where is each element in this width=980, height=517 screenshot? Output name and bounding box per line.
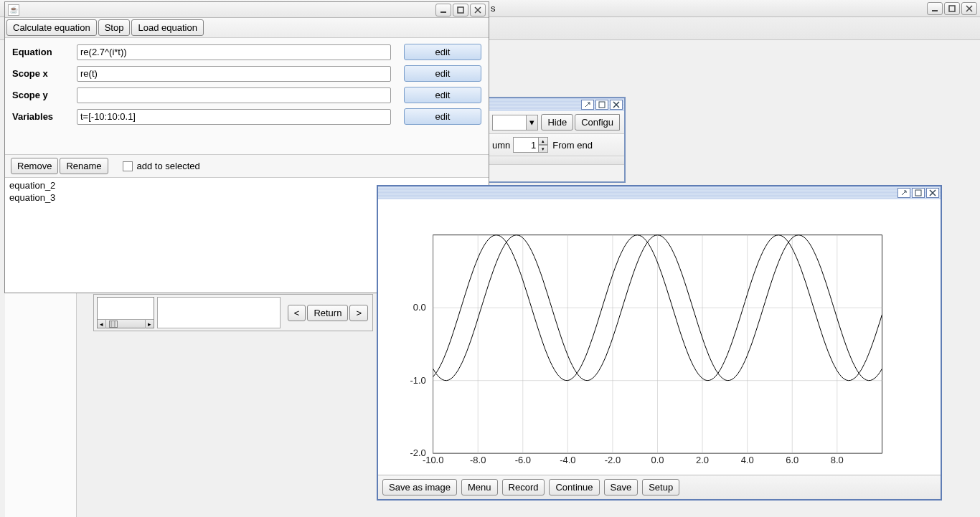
calculate-button[interactable]: Calculate equation: [6, 19, 97, 36]
scopex-edit-button[interactable]: edit: [404, 65, 481, 82]
svg-rect-3: [440, 11, 446, 13]
plot-footer: Save as image Menu Record Continue Save …: [378, 475, 941, 499]
nav-back-button[interactable]: <: [288, 305, 306, 321]
save-button[interactable]: Save: [604, 479, 639, 495]
hide-button[interactable]: Hide: [541, 114, 573, 131]
menu-button[interactable]: Menu: [461, 479, 498, 495]
column-input[interactable]: [513, 137, 539, 153]
config-panel: ▾ Hide Configu umn ▴▾ From end: [488, 97, 626, 183]
scroll-left-icon[interactable]: ◂: [98, 320, 106, 328]
svg-text:4.0: 4.0: [741, 455, 754, 465]
svg-text:0.0: 0.0: [651, 455, 664, 465]
title-suffix: s: [491, 3, 496, 14]
config-iconify-button[interactable]: [581, 100, 594, 110]
plot-body: -10.0-8.0-6.0-4.0-2.00.02.04.06.08.0-2.0…: [378, 199, 941, 475]
add-to-selected-checkbox[interactable]: [123, 161, 133, 171]
variables-input[interactable]: [77, 109, 391, 125]
nav-forward-button[interactable]: >: [349, 305, 368, 321]
config-close-button[interactable]: [610, 100, 623, 110]
svg-rect-4: [458, 7, 463, 13]
plot-canvas: -10.0-8.0-6.0-4.0-2.00.02.04.06.08.0-2.0…: [378, 199, 941, 475]
svg-rect-0: [932, 10, 938, 11]
equation-edit-button[interactable]: edit: [404, 44, 481, 60]
main-close-button[interactable]: [961, 2, 977, 15]
preview-box: [157, 297, 281, 328]
scroll-thumb[interactable]: [109, 321, 118, 328]
thumbnail-scrollbar[interactable]: ◂ ▸: [98, 319, 154, 328]
save-as-image-button[interactable]: Save as image: [382, 479, 457, 495]
continue-button[interactable]: Continue: [549, 479, 599, 495]
eq-close-button[interactable]: [470, 4, 486, 16]
rename-button[interactable]: Rename: [60, 158, 108, 174]
svg-rect-1: [949, 6, 955, 11]
java-icon: ☕: [8, 4, 19, 16]
config-dropdown[interactable]: ▾: [492, 115, 538, 131]
plot-close-button[interactable]: [926, 188, 939, 198]
plot-iconify-button[interactable]: [897, 188, 910, 198]
from-end-label: From end: [552, 140, 593, 151]
svg-text:8.0: 8.0: [831, 455, 844, 465]
scopex-label: Scope x: [12, 68, 77, 79]
svg-text:-2.0: -2.0: [605, 455, 621, 465]
add-to-selected-label: add to selected: [137, 161, 200, 171]
stop-button[interactable]: Stop: [98, 19, 131, 36]
setup-button[interactable]: Setup: [642, 479, 679, 495]
config-panel-titlebar: [489, 98, 624, 111]
nav-return-button[interactable]: Return: [307, 305, 348, 321]
config-maximize-button[interactable]: [595, 100, 608, 110]
config-separator: [489, 156, 624, 165]
svg-text:-2.0: -2.0: [410, 447, 425, 458]
main-maximize-button[interactable]: [944, 2, 960, 15]
remove-button[interactable]: Remove: [11, 158, 58, 174]
svg-text:2.0: 2.0: [696, 455, 709, 465]
scopey-label: Scope y: [12, 90, 77, 100]
svg-text:6.0: 6.0: [786, 455, 798, 465]
svg-rect-2: [599, 102, 605, 108]
nav-panel: ◂ ▸ < Return >: [93, 294, 373, 331]
equation-input[interactable]: [77, 44, 391, 60]
equation-label: Equation: [12, 47, 77, 57]
eq-minimize-button[interactable]: [435, 4, 451, 16]
scroll-right-icon[interactable]: ▸: [145, 320, 154, 328]
chevron-down-icon: ▾: [526, 115, 537, 130]
list-toolbar: Remove Rename add to selected: [5, 154, 489, 178]
plot-window: -10.0-8.0-6.0-4.0-2.00.02.04.06.08.0-2.0…: [377, 185, 942, 501]
plot-titlebar[interactable]: [378, 186, 941, 199]
equation-form: Equation edit Scope x edit Scope y edit …: [5, 38, 489, 133]
column-spinner[interactable]: ▴▾: [538, 137, 548, 153]
svg-text:-6.0: -6.0: [515, 455, 531, 465]
svg-text:-8.0: -8.0: [470, 455, 486, 465]
scopex-input[interactable]: [77, 66, 391, 82]
configure-button[interactable]: Configu: [575, 114, 620, 131]
equation-toolbar: Calculate equation Stop Load equation: [5, 18, 489, 38]
svg-rect-5: [915, 190, 921, 196]
equation-titlebar[interactable]: ☕: [5, 2, 489, 18]
record-button[interactable]: Record: [502, 479, 545, 495]
svg-text:-4.0: -4.0: [560, 455, 575, 465]
scopey-input[interactable]: [77, 87, 391, 103]
plot-maximize-button[interactable]: [912, 188, 925, 198]
column-label: umn: [492, 140, 510, 151]
variables-label: Variables: [12, 111, 77, 122]
load-button[interactable]: Load equation: [131, 19, 203, 36]
scopey-edit-button[interactable]: edit: [404, 87, 481, 103]
thumbnail-box: ◂ ▸: [97, 297, 154, 328]
variables-edit-button[interactable]: edit: [404, 108, 481, 125]
main-minimize-button[interactable]: [927, 2, 943, 15]
svg-text:-1.0: -1.0: [410, 375, 425, 386]
eq-maximize-button[interactable]: [453, 4, 468, 16]
svg-text:0.0: 0.0: [413, 302, 426, 313]
